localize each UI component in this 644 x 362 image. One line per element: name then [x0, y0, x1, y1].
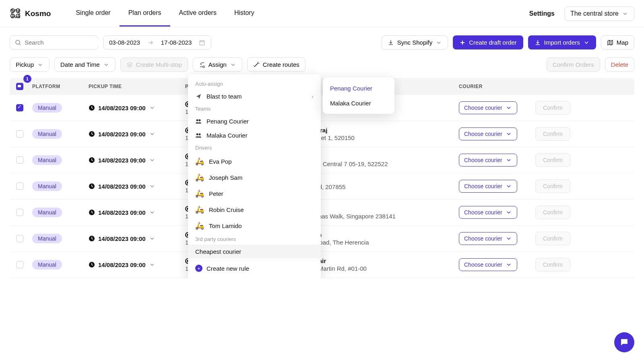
pickup-time-cell[interactable]: 14/08/2023 09:00 [89, 235, 185, 242]
create-draft-button[interactable]: Create draft order [453, 35, 523, 49]
clock-icon [89, 157, 95, 163]
search-icon [15, 39, 21, 46]
choose-courier-button[interactable]: Choose courier [459, 258, 517, 271]
search-box[interactable] [10, 35, 98, 49]
choose-courier-button[interactable]: Choose courier [459, 101, 517, 114]
assign-button[interactable]: Assign [193, 58, 242, 72]
clock-icon [89, 209, 95, 216]
svg-point-7 [196, 119, 198, 121]
submenu-malaka[interactable]: Malaka Courier [323, 96, 394, 111]
settings-link[interactable]: Settings [529, 10, 555, 17]
choose-courier-button[interactable]: Choose courier [459, 232, 517, 245]
chevron-down-icon [149, 131, 155, 137]
dd-cheapest-courier[interactable]: Cheapest courier [188, 245, 321, 259]
chevron-down-icon [149, 105, 155, 111]
confirm-orders-button: Confirm Orders [547, 58, 600, 72]
table-row: Manual 14/08/2023 09:00 Ko 143 Ce Koh n … [10, 226, 634, 252]
datetime-filter[interactable]: Date and Time [54, 58, 116, 72]
choose-courier-button[interactable]: Choose courier [459, 128, 517, 140]
pickup-time-cell[interactable]: 14/08/2023 09:00 [89, 261, 185, 268]
dd-create-rule[interactable]: + Create new rule [188, 260, 321, 276]
svg-point-8 [199, 119, 201, 121]
pickup-time-cell[interactable]: 14/08/2023 09:00 [89, 105, 185, 111]
col-pickup-time: PICKUP TIME [89, 84, 185, 89]
col-courier: COURIER [459, 84, 535, 89]
delete-button[interactable]: Delete [605, 58, 634, 72]
dropoff-cell: Nor ines Central 7 05-19, 522522 [310, 153, 459, 167]
create-multistop-button: Create Multi-stop [120, 58, 188, 72]
dd-team-malaka[interactable]: Malaka Courier [188, 128, 321, 142]
chevron-right-icon: › [312, 93, 314, 100]
pickup-time-cell[interactable]: 14/08/2023 09:00 [89, 157, 185, 164]
confirm-button: Confirm [535, 206, 570, 219]
import-icon [535, 39, 541, 46]
chevron-down-icon [506, 235, 512, 242]
clock-icon [89, 105, 95, 111]
scooter-icon: 🛵 [195, 189, 204, 198]
search-input[interactable] [25, 39, 101, 46]
tab-single-order[interactable]: Single order [67, 0, 119, 27]
dd-section-auto: Auto-assign [188, 78, 321, 89]
row-checkbox[interactable] [16, 183, 23, 190]
chevron-down-icon [583, 39, 590, 46]
row-checkbox[interactable] [16, 156, 23, 164]
tab-active-orders[interactable]: Active orders [170, 0, 225, 27]
chevron-down-icon [149, 209, 155, 216]
submenu-penang[interactable]: Penang Courier [323, 81, 394, 96]
dropoff-cell: ayaraj Street 1, 520150 [310, 127, 459, 141]
orders-table: 1 PLATFORM PICKUP TIME PICKUP COURIER Ma… [0, 78, 644, 278]
pickup-time-cell[interactable]: 14/08/2023 09:00 [89, 209, 185, 216]
row-checkbox[interactable] [16, 104, 23, 111]
platform-pill: Manual [32, 129, 62, 139]
dd-blast-to-team[interactable]: Blast to team › [188, 89, 321, 103]
pickup-filter[interactable]: Pickup [10, 58, 50, 72]
sync-shopify-button[interactable]: Sync Shopify [382, 35, 448, 49]
pickup-time-cell[interactable]: 14/08/2023 09:00 [89, 183, 185, 190]
platform-pill: Manual [32, 208, 62, 217]
chevron-down-icon [103, 62, 109, 68]
dd-driver[interactable]: 🛵Robin Cruise [188, 202, 321, 218]
map-button[interactable]: Map [601, 35, 634, 49]
store-selector[interactable]: The central store [564, 6, 634, 21]
platform-pill: Manual [32, 181, 62, 191]
select-all-checkbox[interactable] [16, 83, 23, 90]
dd-driver[interactable]: 🛵Peter [188, 185, 321, 202]
confirm-button: Confirm [535, 232, 570, 245]
dd-driver[interactable]: 🛵Tom Lamido [188, 218, 321, 234]
scooter-icon: 🛵 [195, 157, 204, 166]
choose-courier-button[interactable]: Choose courier [459, 154, 517, 167]
tab-plan-orders[interactable]: Plan orders [120, 0, 170, 27]
confirm-button: Confirm [535, 179, 570, 193]
choose-courier-button[interactable]: Choose courier [459, 206, 517, 219]
pickup-time-cell[interactable]: 14/08/2023 09:00 [89, 131, 185, 138]
dd-driver[interactable]: 🛵Joseph Sam [188, 169, 321, 185]
tab-history[interactable]: History [225, 0, 263, 27]
chevron-down-icon [149, 157, 155, 163]
blast-submenu: Penang Courier Malaka Courier [323, 78, 394, 114]
create-routes-button[interactable]: Create routes [247, 58, 305, 72]
chevron-down-icon [506, 105, 512, 111]
date-range-picker[interactable]: 03-08-2023 17-08-2023 [103, 35, 211, 49]
row-checkbox[interactable] [16, 209, 23, 216]
chevron-down-icon [436, 39, 442, 46]
chevron-down-icon [230, 62, 236, 68]
row-checkbox[interactable] [16, 261, 23, 268]
dropoff-cell: road, 207855 [310, 183, 459, 190]
row-checkbox[interactable] [16, 130, 23, 138]
choose-courier-button[interactable]: Choose courier [459, 180, 517, 193]
plus-circle-icon: + [195, 265, 202, 272]
svg-point-4 [16, 40, 20, 44]
svg-rect-5 [200, 41, 204, 45]
dd-driver[interactable]: 🛵Eva Pop [188, 153, 321, 169]
chevron-down-icon [506, 131, 512, 137]
svg-point-0 [11, 8, 14, 12]
dd-team-penang[interactable]: Penang Courier [188, 114, 321, 128]
confirm-button: Confirm [535, 127, 570, 141]
import-orders-button[interactable]: Import orders [528, 35, 596, 49]
scooter-icon: 🛵 [195, 205, 204, 214]
table-row: Manual 14/08/2023 09:00 Ko 143 Ce Nor in… [10, 147, 634, 173]
dd-section-teams: Teams [188, 103, 321, 114]
platform-pill: Manual [32, 260, 62, 269]
row-checkbox[interactable] [16, 235, 23, 242]
toolbar: 03-08-2023 17-08-2023 Sync Shopify Creat… [0, 27, 644, 58]
